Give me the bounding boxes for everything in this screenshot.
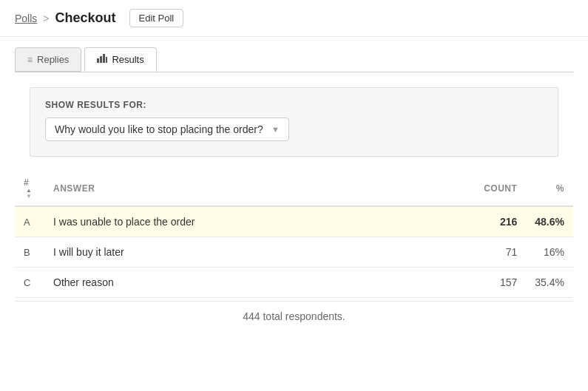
question-dropdown[interactable]: Why would you like to stop placing the o… (45, 118, 289, 141)
row-pct: 16% (526, 237, 573, 268)
table-row: B I will buy it later 71 16% (15, 237, 573, 268)
results-table-section: # ▲ ▼ ANSWER COUNT % A I was unable to p… (15, 171, 573, 331)
column-count: COUNT (467, 171, 526, 206)
row-pct: 35.4% (526, 268, 573, 298)
breadcrumb-polls-link[interactable]: Polls (15, 13, 37, 24)
replies-icon: ≡ (27, 55, 33, 65)
svg-rect-1 (100, 56, 102, 63)
results-icon (97, 54, 107, 65)
tab-replies-label: Replies (37, 54, 69, 65)
row-letter: A (15, 206, 44, 237)
column-number[interactable]: # ▲ ▼ (15, 171, 44, 206)
tab-results[interactable]: Results (84, 47, 156, 72)
svg-rect-2 (103, 54, 105, 63)
row-letter: B (15, 237, 44, 268)
table-row: C Other reason 157 35.4% (15, 268, 573, 298)
column-answer: ANSWER (44, 171, 467, 206)
svg-rect-0 (97, 58, 99, 63)
sort-icon: ▲ ▼ (26, 188, 32, 200)
tab-bar: ≡ Replies Results (0, 37, 588, 72)
row-pct: 48.6% (526, 206, 573, 237)
row-letter: C (15, 268, 44, 298)
show-results-section: SHOW RESULTS FOR: Why would you like to … (30, 87, 558, 157)
row-answer: Other reason (44, 268, 467, 298)
breadcrumb-separator: > (43, 13, 49, 24)
table-header-row: # ▲ ▼ ANSWER COUNT % (15, 171, 573, 206)
page-header: Polls > Checkout Edit Poll (0, 0, 588, 37)
breadcrumb-current-page: Checkout (55, 10, 116, 26)
chevron-down-icon: ▼ (271, 125, 280, 134)
edit-poll-button[interactable]: Edit Poll (129, 9, 184, 27)
row-answer: I will buy it later (44, 237, 467, 268)
question-select-text: Why would you like to stop placing the o… (55, 123, 266, 135)
column-pct: % (526, 171, 573, 206)
row-count: 216 (467, 206, 526, 237)
svg-rect-3 (106, 57, 107, 63)
row-answer: I was unable to place the order (44, 206, 467, 237)
show-results-label: SHOW RESULTS FOR: (45, 100, 543, 110)
row-count: 71 (467, 237, 526, 268)
total-respondents: 444 total respondents. (15, 301, 573, 331)
tab-results-label: Results (112, 54, 143, 65)
results-table: # ▲ ▼ ANSWER COUNT % A I was unable to p… (15, 171, 573, 298)
table-row: A I was unable to place the order 216 48… (15, 206, 573, 237)
row-count: 157 (467, 268, 526, 298)
tab-replies[interactable]: ≡ Replies (15, 47, 81, 72)
